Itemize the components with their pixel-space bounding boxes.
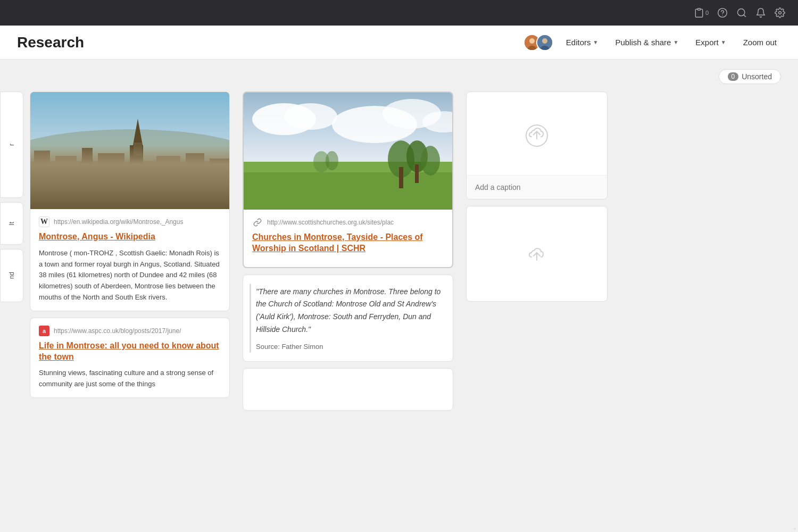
churches-url-row: http://www.scottishchurches.org.uk/sites… [252,217,444,228]
svg-rect-41 [415,164,419,183]
svg-rect-40 [399,167,403,188]
column-3 [460,92,614,500]
caption-input-1[interactable] [467,175,607,199]
editors-label: Editors [566,38,591,47]
aspc-title[interactable]: Life in Montrose: all you need to know a… [39,340,221,363]
toolbar-right: Editors ▼ Publish & share ▼ Export ▼ Zoo… [523,34,781,51]
left-stub-card-2: It [0,202,23,245]
svg-point-10 [542,38,547,44]
svg-point-39 [421,146,440,176]
wikipedia-card: W https://en.wikipedia.org/wiki/Montrose… [30,92,230,311]
svg-rect-24 [210,159,229,209]
aspc-card: a https://www.aspc.co.uk/blog/posts/2017… [30,318,230,398]
help-icon-btn[interactable] [717,7,728,18]
svg-rect-0 [697,9,700,10]
column-1: W https://en.wikipedia.org/wiki/Montrose… [23,92,236,500]
clipboard-badge: 0 [705,10,709,16]
svg-rect-21 [134,143,142,156]
churches-title[interactable]: Churches in Montrose, Tayside - Places o… [252,232,444,254]
churches-favicon [252,217,263,228]
wikipedia-url: https://en.wikipedia.org/wiki/Montrose,_… [54,218,183,226]
clipboard-icon-btn[interactable]: 0 [694,7,709,18]
avatars [523,34,553,51]
scottish-churches-card: http://www.scottishchurches.org.uk/sites… [243,92,453,268]
settings-icon-btn[interactable] [775,7,785,18]
svg-line-4 [744,15,746,17]
publish-share-label: Publish & share [615,38,671,47]
quote-source: Source: Father Simon [256,343,442,351]
stub-text-1: r [8,144,15,146]
avatar-2 [536,34,553,51]
content-area: 0 Unsorted r It nd [0,60,798,532]
search-icon-btn[interactable] [736,7,747,18]
wikipedia-card-body: W https://en.wikipedia.org/wiki/Montrose… [30,209,229,311]
churches-card-body: http://www.scottishchurches.org.uk/sites… [244,210,452,267]
svg-rect-17 [82,148,93,209]
main-toolbar: Research Editors ▼ [0,26,798,60]
quote-card: "There are many churches in Montrose. Th… [243,275,453,362]
upload-card-2 [466,206,608,302]
upload-area-1[interactable] [467,92,607,175]
churches-url: http://www.scottishchurches.org.uk/sites… [267,219,394,226]
field-image [244,93,452,210]
unsorted-badge[interactable]: 0 Unsorted [719,69,782,84]
svg-marker-28 [63,161,101,172]
export-chevron-icon: ▼ [721,39,726,45]
svg-rect-16 [55,156,77,209]
upload-area-2[interactable] [467,206,607,301]
export-button[interactable]: Export ▼ [691,36,730,49]
quote-text: "There are many churches in Montrose. Th… [256,286,442,336]
wikipedia-favicon: W [39,217,49,227]
partial-bottom-card [243,368,453,411]
wikipedia-text: Montrose ( mon-TROHZ , Scottish Gaelic: … [39,248,221,303]
left-partial-column: r It nd [0,92,23,500]
svg-rect-15 [34,151,50,209]
svg-point-7 [529,38,535,44]
upload-card-1 [466,92,608,200]
svg-point-13 [30,129,229,193]
svg-marker-26 [30,164,66,174]
zoom-out-button[interactable]: Zoom out [739,36,781,49]
top-bar: 0 [0,0,798,26]
publish-share-chevron-icon: ▼ [673,39,678,45]
export-label: Export [695,38,718,47]
svg-point-1 [718,9,727,18]
aspc-url-row: a https://www.aspc.co.uk/blog/posts/2017… [39,326,221,336]
svg-point-31 [284,103,337,130]
svg-rect-14 [30,161,229,209]
zoom-out-label: Zoom out [743,38,777,47]
aspc-text: Stunning views, fascinating culture and … [39,368,221,390]
svg-rect-12 [30,92,229,209]
svg-rect-19 [130,145,143,209]
upload-icon-1 [522,119,552,148]
wikipedia-url-row: W https://en.wikipedia.org/wiki/Montrose… [39,217,221,227]
page-title: Research [17,34,511,51]
svg-rect-23 [186,153,204,209]
upload-icon-2 [522,239,552,269]
svg-rect-25 [30,174,66,209]
aspc-card-body: a https://www.aspc.co.uk/blog/posts/2017… [30,318,229,397]
stub-text-2: It [8,222,15,226]
svg-rect-36 [244,172,452,210]
svg-point-5 [779,12,782,14]
left-stub-card-1: r [0,92,23,198]
editors-chevron-icon: ▼ [593,39,598,45]
svg-rect-27 [63,172,101,209]
publish-share-button[interactable]: Publish & share ▼ [611,36,683,49]
wikipedia-title[interactable]: Montrose, Angus - Wikipedia [39,231,221,243]
unsorted-label: Unsorted [742,72,772,81]
column-2: http://www.scottishchurches.org.uk/sites… [236,92,460,500]
aspc-url: https://www.aspc.co.uk/blog/posts/2017/j… [54,327,181,335]
cityscape-image [30,92,229,209]
stub-text-3: nd [8,272,15,279]
left-stub-card-3: nd [0,249,23,302]
editors-button[interactable]: Editors ▼ [562,36,603,49]
svg-point-43 [326,151,338,170]
bell-icon-btn[interactable] [755,7,766,18]
svg-rect-18 [98,153,124,209]
svg-rect-22 [156,156,180,209]
aspc-favicon: a [39,326,49,336]
unsorted-count: 0 [728,72,739,81]
